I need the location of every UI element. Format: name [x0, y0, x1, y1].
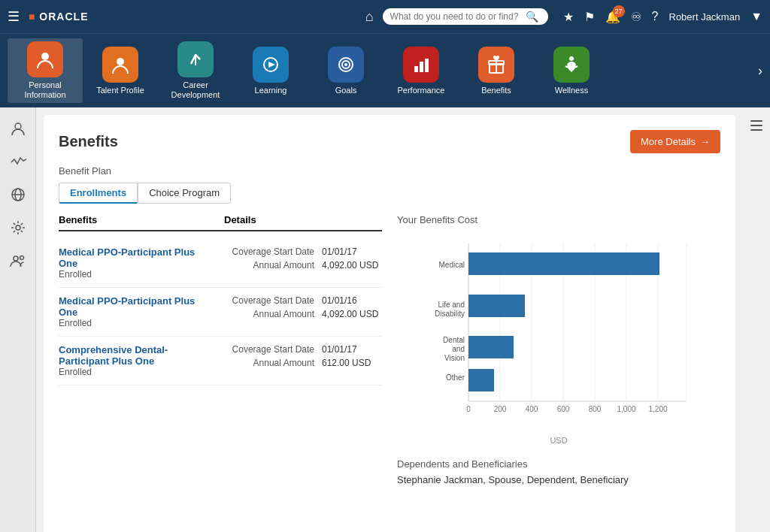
flag-icon[interactable]: ⚑	[584, 10, 595, 24]
right-sidebar-list-icon[interactable]	[746, 115, 767, 136]
goals-label: Goals	[335, 86, 357, 95]
svg-rect-8	[414, 66, 418, 72]
svg-text:Other: Other	[446, 373, 465, 382]
column-header-details: Details	[224, 214, 256, 225]
sidebar-settings-icon[interactable]	[5, 214, 32, 241]
accessibility-icon[interactable]: ♾	[631, 10, 641, 24]
table-row: Medical PPO-Participant Plus One Enrolle…	[59, 239, 382, 288]
svg-rect-42	[468, 295, 525, 317]
detail-label: Coverage Start Date	[217, 246, 314, 257]
svg-point-7	[344, 63, 347, 66]
notification-badge: 27	[613, 5, 625, 17]
benefits-header: Benefits More Details →	[59, 130, 720, 153]
career-development-label: Career Development	[162, 80, 229, 100]
app-bar-next-arrow[interactable]: ›	[758, 63, 762, 79]
detail-label: Coverage Start Date	[217, 344, 314, 355]
svg-text:Vision: Vision	[444, 354, 465, 362]
career-development-icon	[177, 41, 214, 77]
tab-choice-program[interactable]: Choice Program	[138, 183, 231, 204]
app-performance[interactable]: Performance	[383, 44, 459, 98]
detail-label: Coverage Start Date	[217, 295, 314, 306]
chart-column: Your Benefits Cost	[397, 214, 720, 485]
app-wellness[interactable]: Wellness	[534, 44, 609, 98]
detail-value: 4,092.00 USD	[322, 309, 378, 319]
search-input[interactable]	[390, 11, 526, 22]
favorites-icon[interactable]: ★	[563, 10, 574, 24]
sidebar-activity-icon[interactable]	[5, 148, 32, 175]
svg-point-0	[41, 53, 49, 60]
svg-point-15	[15, 123, 21, 129]
right-sidebar	[743, 107, 770, 532]
svg-text:Disability: Disability	[435, 310, 465, 318]
svg-text:Medical: Medical	[439, 261, 465, 269]
sidebar-globe-icon[interactable]	[5, 181, 32, 208]
home-icon[interactable]: ⌂	[365, 9, 374, 25]
app-talent-profile[interactable]: Talent Profile	[83, 44, 158, 98]
user-name[interactable]: Robert Jackman	[669, 11, 741, 23]
left-sidebar	[0, 107, 36, 532]
app-career-development[interactable]: Career Development	[158, 38, 233, 103]
wellness-icon	[553, 47, 590, 83]
svg-rect-10	[425, 59, 429, 72]
svg-rect-9	[420, 62, 423, 72]
learning-label: Learning	[255, 86, 287, 95]
benefit-name: Medical PPO-Participant Plus One	[59, 295, 209, 318]
svg-rect-50	[750, 125, 762, 126]
goals-icon	[328, 47, 364, 83]
svg-point-20	[14, 256, 18, 261]
svg-text:200: 200	[494, 405, 507, 413]
app-benefits[interactable]: Benefits	[459, 44, 534, 98]
search-bar[interactable]: 🔍	[383, 8, 548, 25]
two-column-layout: Benefits Details Medical PPO-Participant…	[59, 214, 720, 485]
benefits-icon	[478, 47, 514, 83]
sidebar-user-icon[interactable]	[5, 115, 32, 142]
svg-text:Dental: Dental	[443, 336, 465, 344]
help-icon[interactable]: ?	[652, 10, 659, 23]
svg-text:1,000: 1,000	[617, 405, 635, 413]
performance-label: Performance	[398, 86, 445, 95]
detail-value: 612.00 USD	[322, 358, 371, 368]
table-row: Medical PPO-Participant Plus One Enrolle…	[59, 288, 382, 337]
benefit-status: Enrolled	[59, 318, 209, 328]
svg-text:and: and	[452, 345, 465, 353]
svg-text:0: 0	[466, 405, 471, 413]
wellness-label: Wellness	[555, 86, 588, 95]
oracle-logo: ■ ORACLE	[29, 11, 88, 23]
svg-rect-51	[750, 129, 762, 131]
dependents-title: Dependents and Beneficiaries	[397, 458, 720, 470]
detail-label: Annual Amount	[217, 309, 314, 319]
app-goals[interactable]: Goals	[308, 44, 383, 98]
dependents-section: Dependents and Beneficiaries Stephanie J…	[397, 458, 720, 485]
benefit-plan-label: Benefit Plan	[59, 165, 720, 177]
user-dropdown-icon[interactable]: ▼	[750, 10, 762, 23]
notifications-icon[interactable]: 🔔 27	[605, 10, 620, 24]
app-personal-information[interactable]: PersonalInformation	[8, 38, 83, 103]
app-learning[interactable]: Learning	[233, 44, 308, 98]
talent-profile-label: Talent Profile	[96, 86, 144, 95]
detail-value: 01/01/17	[322, 344, 357, 355]
chart-area: 0 200 400 600 800 1,000 1,200 Medical Li…	[397, 236, 720, 446]
sidebar-people-icon[interactable]	[5, 247, 32, 274]
personal-information-icon	[27, 41, 63, 77]
svg-text:400: 400	[526, 405, 538, 413]
svg-rect-48	[468, 369, 494, 391]
hamburger-menu[interactable]: ☰	[8, 8, 20, 25]
personal-information-label: PersonalInformation	[24, 80, 65, 100]
detail-label: Annual Amount	[217, 358, 314, 368]
svg-text:1,200: 1,200	[648, 405, 667, 413]
benefits-label: Benefits	[481, 86, 511, 95]
svg-point-21	[20, 256, 23, 260]
column-header-benefits: Benefits	[59, 214, 209, 225]
main-layout: Benefits More Details → Benefit Plan Enr…	[0, 107, 770, 532]
nav-icons: ★ ⚑ 🔔 27 ♾ ? Robert Jackman ▼	[563, 10, 762, 24]
benefit-details: Coverage Start Date 01/01/16 Annual Amou…	[217, 295, 378, 328]
more-details-arrow-icon: →	[700, 136, 710, 147]
tab-enrollments[interactable]: Enrollments	[59, 183, 138, 204]
top-navigation: ☰ ■ ORACLE ⌂ 🔍 ★ ⚑ 🔔 27 ♾ ? Robert Jackm…	[0, 0, 770, 33]
page-title: Benefits	[59, 133, 118, 150]
svg-text:600: 600	[557, 405, 570, 413]
learning-icon	[253, 47, 289, 83]
more-details-button[interactable]: More Details →	[630, 130, 720, 153]
svg-rect-49	[750, 120, 762, 122]
benefit-name: Comprehensive Dental-Participant Plus On…	[59, 344, 209, 367]
